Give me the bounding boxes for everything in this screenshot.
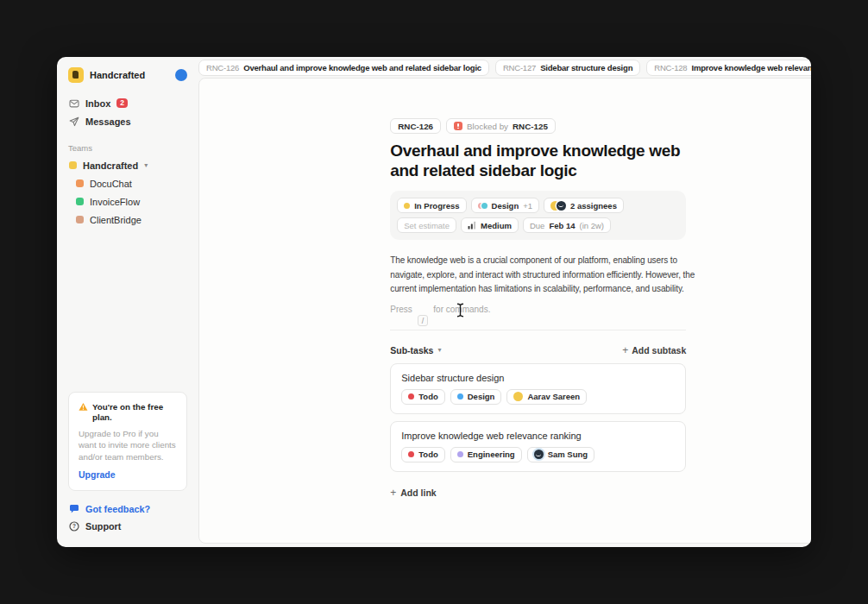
add-subtask-button[interactable]: + Add subtask [622,344,686,356]
subtask-status-pill[interactable]: Todo [401,389,445,405]
assignees-label: 2 assignees [570,201,617,211]
label-more-count: +1 [523,201,532,211]
due-date-pill[interactable]: Due Feb 14 (in 2w) [523,217,611,233]
due-date: Feb 14 [549,221,575,230]
subtask-assignee-name: Aarav Sareen [527,392,580,401]
assignee-avatar [534,450,544,459]
properties-bar: In Progress Design +1 [390,191,686,240]
priority-pill[interactable]: Medium [461,217,519,233]
user-avatar[interactable] [175,69,187,81]
tab-bar: RNC-126 Overhaul and improve knowledge w… [198,57,811,78]
status-dot-icon [404,203,410,209]
add-subtask-label: Add subtask [632,345,686,355]
workspace-row: Handcrafted [68,67,187,83]
estimate-pill[interactable]: Set estimate [397,217,456,233]
workspace-switcher[interactable]: Handcrafted [68,67,145,83]
subtasks-toggle[interactable]: Sub-tasks ▾ [390,345,441,355]
tab-issue-id: RNC-128 [654,63,687,72]
status-label: In Progress [414,201,459,211]
label-dot-icon [457,451,463,457]
status-dot-icon [408,451,414,457]
question-circle-icon: ? [69,521,79,532]
chevron-down-icon: ▾ [437,347,441,354]
slash-key-badge: / [418,315,429,326]
inbox-icon [69,98,79,109]
workspace-logo-icon [68,67,84,83]
sidebar-spacer [68,229,187,392]
tab-rnc-128[interactable]: RNC-128 Improve knowledge web relevance … [646,60,811,76]
subtask-label-name: Engineering [468,450,515,459]
team-color-dot [76,198,84,205]
add-link-label: Add link [400,488,436,498]
priority-bars-icon [468,221,476,230]
subtask-card-1[interactable]: Sidebar structure design Todo Design [390,363,686,414]
team-color-dot [69,161,77,169]
tab-rnc-126[interactable]: RNC-126 Overhaul and improve knowledge w… [198,60,489,76]
paper-plane-icon [69,116,79,127]
issue-content: RNC-126 Blocked by RNC-125 Overhaul and … [390,79,686,499]
issue-badge-row: RNC-126 Blocked by RNC-125 [390,118,686,134]
description-line: navigate, explore, and interact with str… [390,268,686,283]
messages-label: Messages [85,116,131,127]
subtask-label-name: Design [468,392,495,401]
issue-description: The knowledge web is a crucial component… [390,254,686,297]
tab-issue-id: RNC-127 [503,63,536,72]
subtask-assignee-pill[interactable]: Aarav Sareen [506,389,587,405]
warning-icon [79,402,88,412]
issue-id-badge[interactable]: RNC-126 [390,118,441,134]
subtask-label-pill[interactable]: Design [450,389,502,405]
due-prefix: Due [530,221,544,230]
team-name: Handcrafted [83,160,138,171]
subtask-pills: Todo Engineering Sam Sung [401,447,675,462]
labels-pill[interactable]: Design +1 [471,198,540,213]
support-label: Support [85,521,121,532]
free-plan-card: You're on the free plan. Upgrade to Pro … [68,392,187,492]
sidebar-item-team-clientbridge[interactable]: ClientBridge [68,211,187,229]
sidebar-item-team-docuchat[interactable]: DocuChat [68,174,187,192]
subtask-status-pill[interactable]: Todo [401,447,445,462]
subtask-assignee-name: Sam Sung [548,450,588,459]
assignees-pill[interactable]: 2 assignees [544,198,624,213]
add-link-button[interactable]: + Add link [390,487,686,499]
team-name: ClientBridge [90,215,142,225]
subtasks-header: Sub-tasks [390,345,433,355]
subtask-title: Improve knowledge web relevance ranking [401,431,675,441]
estimate-label: Set estimate [404,221,450,230]
team-color-dot [76,179,84,187]
team-color-dot [76,216,84,223]
main-area: RNC-126 Overhaul and improve knowledge w… [198,57,811,547]
got-feedback-link[interactable]: Got feedback? [68,500,187,518]
support-link[interactable]: ? Support [68,518,187,535]
tab-issue-title: Sidebar structure design [540,63,632,72]
issue-id: RNC-126 [398,122,433,131]
subtask-label-pill[interactable]: Engineering [450,447,522,462]
subtask-assignee-pill[interactable]: Sam Sung [527,447,594,462]
placeholder-before: Press [390,305,412,314]
subtask-pills: Todo Design Aarav Sareen [401,389,675,405]
assignee-avatar [513,392,523,401]
tab-rnc-127[interactable]: RNC-127 Sidebar structure design [495,60,640,76]
subtasks-header-row: Sub-tasks ▾ + Add subtask [390,344,686,356]
subtask-status-label: Todo [418,392,438,401]
sidebar-item-messages[interactable]: Messages [68,112,187,130]
sidebar: Handcrafted Inbox 2 Messages Teams [57,57,198,547]
priority-label: Medium [481,221,512,230]
plus-icon: + [622,344,628,356]
blocked-issue-id: RNC-125 [513,122,548,131]
issue-panel: Comments RNC-126 Blocked by RNC-125 Over… [198,78,811,544]
editor-placeholder[interactable]: Press/for commands. [390,304,686,315]
workspace-name: Handcrafted [90,70,145,80]
speech-bubble-icon [69,504,79,514]
sidebar-item-inbox[interactable]: Inbox 2 [68,94,187,112]
sidebar-item-team-invoiceflow[interactable]: InvoiceFlow [68,192,187,211]
tab-issue-title: Overhaul and improve knowledge web and r… [243,63,481,72]
label-dots-icon [478,203,487,209]
assignee-avatars-icon [550,201,566,211]
sidebar-item-team-handcrafted[interactable]: Handcrafted ▾ [68,156,187,174]
upgrade-link[interactable]: Upgrade [79,469,177,480]
subtask-status-label: Todo [418,450,438,459]
placeholder-after: for commands. [433,305,490,314]
blocked-by-badge[interactable]: Blocked by RNC-125 [446,118,556,134]
status-pill[interactable]: In Progress [397,198,466,213]
subtask-card-2[interactable]: Improve knowledge web relevance ranking … [390,421,686,472]
